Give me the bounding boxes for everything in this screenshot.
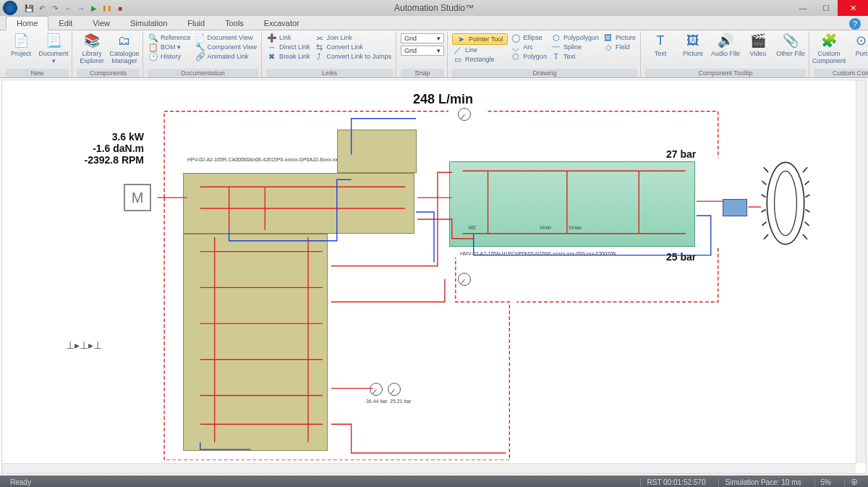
field-tool-button[interactable]: ◇Field <box>603 43 637 51</box>
line-tool-button[interactable]: ／Line <box>452 46 508 54</box>
snap-grid-select-2[interactable]: Grid▾ <box>401 46 444 56</box>
titlebar: 💾 ↶ ↷ ← → ▶ ❚❚ ■ Automation Studio™ — ☐ … <box>0 0 868 16</box>
tooltip-other-button[interactable]: 📎Other File <box>775 33 806 58</box>
custom-component-label: Custom Component <box>812 51 846 65</box>
pump-block-main[interactable] <box>183 234 328 451</box>
undo-icon[interactable]: ↶ <box>36 2 48 14</box>
arc-label: Arc <box>523 43 533 51</box>
motor-torque: -1.6 daN.m <box>57 143 144 154</box>
break-link-button[interactable]: ✖Break Link <box>266 52 312 61</box>
status-zoom[interactable]: 5% <box>814 478 837 486</box>
bom-button[interactable]: 📋BOM ▾ <box>148 43 192 51</box>
tab-home[interactable]: Home <box>6 16 48 30</box>
component-view-button[interactable]: 🔧Component View <box>195 43 258 51</box>
group-snap-label: Snap <box>401 69 444 77</box>
output-block[interactable] <box>723 199 747 216</box>
picture-tool-button[interactable]: 🖼Picture <box>603 33 637 42</box>
gauge-bottom-1[interactable] <box>370 383 383 396</box>
horizontal-scrollbar[interactable] <box>2 463 856 473</box>
app-logo-icon[interactable] <box>3 1 17 15</box>
filter-block[interactable] <box>337 130 417 173</box>
ellipse-label: Ellipse <box>523 34 542 41</box>
convert-link-button[interactable]: ⇆Convert Link <box>313 43 393 51</box>
redo-icon[interactable]: ↷ <box>49 2 61 14</box>
minimize-button[interactable]: — <box>791 0 814 16</box>
nav-back-icon[interactable]: ← <box>62 2 74 14</box>
tab-simulation[interactable]: Simulation <box>120 17 177 30</box>
ribbon-tabs: Home Edit View Simulation Fluid Tools Ex… <box>0 16 868 30</box>
vertical-scrollbar[interactable] <box>856 80 866 463</box>
sim-pause-icon[interactable]: ❚❚ <box>101 2 113 14</box>
save-icon[interactable]: 💾 <box>23 2 35 14</box>
group-components-label: Components <box>77 69 140 77</box>
custom-component-button[interactable]: 🧩Custom Component <box>814 33 844 65</box>
spline-tool-button[interactable]: 〰Spline <box>550 43 600 51</box>
ellipse-tool-button[interactable]: ◯Ellipse <box>510 33 548 42</box>
chevron-down-icon: ▾ <box>437 47 441 54</box>
reference-label: Reference <box>161 34 191 41</box>
group-component-tooltip: TText 🖼Picture 🔊Audio File 🎬Video 📎Other… <box>642 32 809 77</box>
svg-point-0 <box>767 162 804 244</box>
svg-line-7 <box>764 234 768 240</box>
direct-link-button[interactable]: ↔Direct Link <box>266 43 312 51</box>
sim-stop-icon[interactable]: ■ <box>114 2 126 14</box>
tab-fluid[interactable]: Fluid <box>177 17 215 30</box>
tab-tools[interactable]: Tools <box>215 17 254 30</box>
arc-tool-button[interactable]: ◡Arc <box>510 43 548 51</box>
tooltip-audio-button[interactable]: 🔊Audio File <box>710 33 741 58</box>
animated-link-button[interactable]: 🔗Animated Link <box>195 52 258 61</box>
close-button[interactable]: ✕ <box>838 0 868 16</box>
link-button[interactable]: ➕Link <box>266 33 312 42</box>
group-documentation: 🔍Reference 📋BOM ▾ 🕑History 📄Document Vie… <box>145 32 262 77</box>
convert-link-jumps-button[interactable]: ⤴Convert Link to Jumps <box>313 52 393 61</box>
motor-power: 3.6 kW <box>57 131 144 143</box>
library-explorer-button[interactable]: 📚Library Explorer <box>77 33 107 65</box>
bom-label: BOM ▾ <box>161 43 181 51</box>
pump-block-top[interactable] <box>183 173 414 234</box>
schematic-canvas[interactable]: 248 L/min 3.6 kW -1.6 daN.m -2392.8 RPM … <box>1 80 867 474</box>
gauge-bottom-2[interactable] <box>388 383 401 396</box>
status-indicator-icon[interactable]: ⦿ <box>844 478 864 486</box>
new-document-button[interactable]: 📃Document▾ <box>38 33 69 65</box>
nav-fwd-icon[interactable]: → <box>75 2 87 14</box>
port-button[interactable]: ⊙Port <box>846 33 868 58</box>
maximize-button[interactable]: ☐ <box>814 0 838 16</box>
sim-play-icon[interactable]: ▶ <box>88 2 100 14</box>
pointer-tool-button[interactable]: ➤Pointer Tool <box>452 33 508 45</box>
reference-button[interactable]: 🔍Reference <box>148 33 192 42</box>
text-tool-button[interactable]: TText <box>550 52 600 61</box>
help-icon[interactable]: ? <box>849 18 861 30</box>
polygon-label: Polygon <box>523 53 547 60</box>
polygon-tool-button[interactable]: ⬠Polygon <box>510 52 548 61</box>
svg-line-8 <box>803 167 807 172</box>
gauge-val-right: 25.21 bar <box>390 399 412 404</box>
line-label: Line <box>465 46 477 54</box>
electric-motor-symbol[interactable]: M <box>124 184 151 211</box>
svg-line-4 <box>762 195 766 197</box>
tab-edit[interactable]: Edit <box>48 17 82 30</box>
join-link-button[interactable]: ⫘Join Link <box>313 33 393 42</box>
snap-grid-select-1[interactable]: Grid▾ <box>401 33 444 43</box>
new-project-button[interactable]: 📄Project <box>6 33 36 58</box>
catalogue-manager-button[interactable]: 🗂Catalogue Manager <box>109 33 140 65</box>
tooltip-text-button[interactable]: TText <box>645 33 676 58</box>
new-project-label: Project <box>11 51 31 58</box>
tooltip-picture-button[interactable]: 🖼Picture <box>678 33 708 58</box>
flow-gauge[interactable] <box>458 108 471 121</box>
document-view-button[interactable]: 📄Document View <box>195 33 258 42</box>
rectangle-tool-button[interactable]: ▭Rectangle <box>452 55 508 64</box>
svg-line-10 <box>805 195 809 197</box>
history-button[interactable]: 🕑History <box>148 52 192 61</box>
group-drawing: ➤Pointer Tool ／Line ▭Rectangle ◯Ellipse … <box>449 32 641 77</box>
gauge-mid[interactable] <box>458 273 471 286</box>
motor-block[interactable] <box>449 161 695 247</box>
group-drawing-label: Drawing <box>452 69 637 77</box>
tab-excavator[interactable]: Excavator <box>254 17 310 30</box>
chevron-down-icon: ▾ <box>437 35 441 42</box>
mz-label: MZ <box>469 225 476 230</box>
motor-speed: -2392.8 RPM <box>57 154 144 166</box>
polypolygon-tool-button[interactable]: ⬡Polypolygon <box>550 33 600 42</box>
tab-view[interactable]: View <box>82 17 120 30</box>
direct-link-label: Direct Link <box>279 43 310 51</box>
tooltip-video-button[interactable]: 🎬Video <box>743 33 773 58</box>
